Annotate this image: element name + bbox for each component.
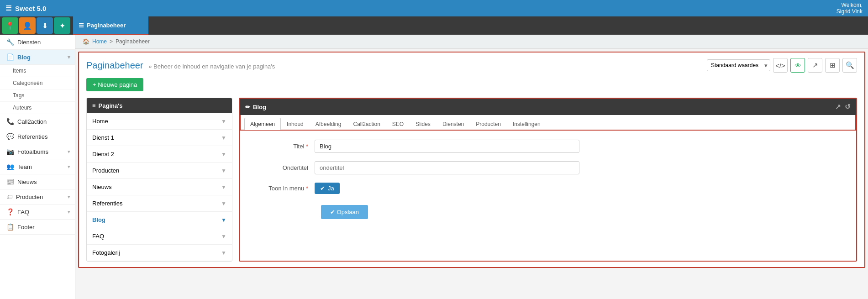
standard-values-select[interactable]: Standaard waardes	[707, 59, 770, 71]
refresh-icon[interactable]: ↺	[845, 103, 851, 111]
page-heading: Paginabeheer » Beheer de inhoud en navig…	[86, 60, 275, 71]
download-btn[interactable]: ⬇	[37, 17, 53, 34]
checkbox-check-icon: ✔	[320, 185, 325, 192]
toolbar-right: Standaard waardes ▾ </> 👁 ↗ ⊞	[707, 58, 857, 73]
blog-arrow-icon: ▼	[221, 217, 226, 223]
page-list-item-fotogalerij[interactable]: Fotogalerij ▼	[87, 245, 232, 261]
page-list-item-home[interactable]: Home ▼	[87, 113, 232, 130]
edit-icon: ✏	[245, 104, 250, 110]
page-item-label-dienst2: Dienst 2	[92, 151, 114, 157]
sidebar-item-producten[interactable]: 🏷 Producten ▾	[0, 189, 75, 205]
breadcrumb: 🏠 Home > Paginabeheer	[75, 35, 868, 49]
sidebar-label-footer: Footer	[17, 224, 35, 231]
sidebar-subitem-tags[interactable]: Tags	[0, 89, 75, 102]
tab-inhoud[interactable]: Inhoud	[281, 118, 310, 130]
main-content: 🏠 Home > Paginabeheer Paginabeheer » Beh…	[75, 35, 868, 299]
topbar-left: ☰ Sweet 5.0	[5, 4, 46, 12]
faq-chevron-icon: ▾	[68, 209, 70, 215]
ondertitel-input[interactable]	[315, 161, 579, 174]
page-list-item-faq[interactable]: FAQ ▼	[87, 228, 232, 245]
sitemap-btn[interactable]: ⊞	[825, 58, 840, 73]
titel-label: Titel *	[251, 143, 315, 150]
share-btn[interactable]: ✦	[54, 17, 70, 34]
sidebar-subitem-auteurs[interactable]: Auteurs	[0, 102, 75, 114]
iconbar: 📍 👤 ⬇ ✦ ☰ Paginabeheer	[0, 16, 868, 35]
ondertitel-label: Ondertitel	[251, 164, 315, 171]
sidebar-label-fotoalbums: Fotoalbums	[17, 148, 48, 155]
sidebar-menu-icon: ☰	[79, 22, 84, 29]
tab-slides[interactable]: Slides	[410, 118, 437, 130]
tab-producten[interactable]: Producten	[470, 118, 507, 130]
search-toolbar-btn[interactable]: 🔍	[842, 58, 857, 73]
faq-list-arrow-icon: ▼	[221, 233, 226, 240]
page-item-label-dienst1: Dienst 1	[92, 134, 114, 141]
code-btn[interactable]: </>	[773, 58, 788, 73]
user-name: Sigrid Vink	[836, 8, 863, 15]
form-body: Titel * Ondertitel Toon in menu	[240, 131, 856, 228]
tab-diensten[interactable]: Diensten	[437, 118, 470, 130]
edit-panel-title: Blog	[253, 104, 266, 110]
fotogalerij-arrow-icon: ▼	[221, 250, 226, 256]
breadcrumb-current: Paginabeheer	[116, 38, 150, 45]
breadcrumb-home-link[interactable]: Home	[92, 38, 107, 45]
sidebar-item-referenties[interactable]: 💬 Referenties	[0, 129, 75, 144]
sidebar-header[interactable]: ☰ Paginabeheer	[73, 16, 148, 35]
page-title-row: Paginabeheer » Beheer de inhoud en navig…	[86, 58, 857, 73]
nieuws-icon: 📰	[6, 178, 14, 185]
referenties-arrow-icon: ▼	[221, 200, 226, 207]
toon-in-menu-checkbox[interactable]: ✔ Ja	[315, 183, 340, 194]
search-toolbar-icon: 🔍	[846, 61, 854, 69]
sidebar-item-blog[interactable]: 📄 Blog ▾	[0, 50, 75, 65]
expand-icon[interactable]: ↗	[835, 103, 841, 111]
tab-instellingen[interactable]: Instellingen	[507, 118, 547, 130]
sidebar-item-faq[interactable]: ❓ FAQ ▾	[0, 205, 75, 220]
form-group-ondertitel: Ondertitel	[251, 161, 845, 174]
save-button[interactable]: ✔ Opslaan	[321, 205, 368, 219]
new-page-button[interactable]: + Nieuwe pagina	[86, 78, 143, 91]
fotoalbums-icon: 📷	[6, 148, 14, 155]
nieuws-arrow-icon: ▼	[221, 184, 226, 190]
page-title: Paginabeheer	[86, 60, 143, 70]
sidebar-item-team[interactable]: 👥 Team ▾	[0, 159, 75, 174]
tab-algemeen[interactable]: Algemeen	[244, 118, 281, 130]
edit-panel-header: ✏ Blog ↗ ↺	[240, 99, 856, 115]
topbar: ☰ Sweet 5.0 Welkom, Sigrid Vink	[0, 0, 868, 16]
page-list-item-nieuws[interactable]: Nieuws ▼	[87, 179, 232, 195]
page-list-item-dienst1[interactable]: Dienst 1 ▼	[87, 130, 232, 146]
pages-panel: ≡ Pagina's Home ▼ Dienst 1 ▼ Dienst 2 ▼	[86, 98, 232, 262]
pages-panel-header: ≡ Pagina's	[87, 98, 232, 113]
page-list-item-referenties[interactable]: Referenties ▼	[87, 195, 232, 212]
sidebar-item-footer[interactable]: 📋 Footer	[0, 220, 75, 235]
edit-panel: ✏ Blog ↗ ↺ Algemeen	[239, 98, 857, 262]
sidebar-item-nieuws[interactable]: 📰 Nieuws	[0, 174, 75, 189]
tab-seo[interactable]: SEO	[386, 118, 410, 130]
ja-label: Ja	[328, 185, 334, 192]
sidebar-label-faq: FAQ	[17, 209, 29, 215]
location-btn[interactable]: 📍	[2, 17, 18, 34]
two-col-layout: ≡ Pagina's Home ▼ Dienst 1 ▼ Dienst 2 ▼	[86, 98, 857, 262]
sidebar-item-fotoalbums[interactable]: 📷 Fotoalbums ▾	[0, 144, 75, 159]
preview-btn[interactable]: 👁	[790, 58, 805, 73]
dienst1-arrow-icon: ▼	[221, 135, 226, 141]
tab-afbeelding[interactable]: Afbeelding	[310, 118, 347, 130]
share-toolbar-btn[interactable]: ↗	[808, 58, 822, 73]
titel-input[interactable]	[315, 140, 579, 153]
producten-arrow-icon: ▼	[221, 168, 226, 174]
page-list-item-dienst2[interactable]: Dienst 2 ▼	[87, 146, 232, 163]
sidebar-subitem-items[interactable]: Items	[0, 65, 75, 77]
page-list-item-producten[interactable]: Producten ▼	[87, 163, 232, 179]
page-list-item-blog[interactable]: Blog ▼	[87, 212, 232, 228]
team-chevron-icon: ▾	[68, 164, 70, 170]
sidebar-item-diensten[interactable]: 🔧 Diensten	[0, 35, 75, 50]
page-item-label-home: Home	[92, 118, 108, 125]
sidebar-header-label: Paginabeheer	[87, 22, 126, 29]
diensten-icon: 🔧	[6, 38, 14, 46]
pages-panel-icon: ≡	[92, 102, 96, 109]
edit-panel-header-right: ↗ ↺	[835, 103, 851, 111]
footer-icon: 📋	[6, 223, 14, 231]
user-btn[interactable]: 👤	[19, 17, 36, 34]
sidebar-item-call2action[interactable]: 📞 Call2action	[0, 114, 75, 129]
tab-call2action[interactable]: Call2action	[347, 118, 386, 130]
sidebar-subitem-categorieen[interactable]: Categorieën	[0, 77, 75, 89]
dienst2-arrow-icon: ▼	[221, 151, 226, 157]
